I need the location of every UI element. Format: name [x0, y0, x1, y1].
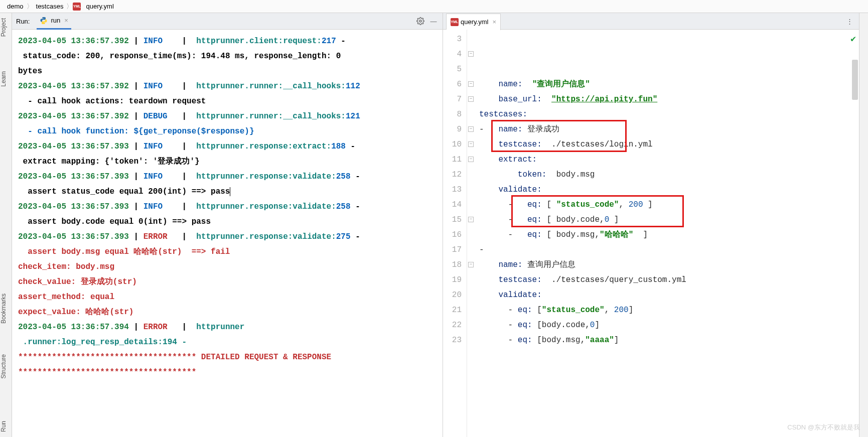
breadcrumb: demo 〉 testcases 〉 YML query.yml	[0, 0, 868, 13]
code-line[interactable]: - eq: [ "status_code", 200 ]	[479, 197, 855, 212]
fold-icon[interactable]: −	[468, 51, 474, 57]
chevron-right-icon: 〉	[27, 2, 33, 11]
crumb-file[interactable]: query.yml	[83, 3, 116, 10]
code-line[interactable]: -	[479, 242, 855, 257]
fold-icon[interactable]: −	[468, 126, 474, 132]
fold-icon[interactable]: −	[468, 141, 474, 147]
crumb-testcases[interactable]: testcases	[33, 3, 67, 10]
code-line[interactable]: - eq: ["status_code", 200]	[479, 303, 855, 318]
editor-menu-icon[interactable]: ⋮	[843, 18, 856, 25]
svg-point-0	[419, 20, 421, 22]
code-line[interactable]: - name: 登录成功	[479, 122, 855, 137]
run-label: Run:	[16, 18, 30, 25]
fold-icon[interactable]: −	[468, 217, 474, 222]
fold-icon[interactable]: −	[468, 81, 474, 87]
code-line[interactable]: validate:	[479, 287, 855, 303]
line-number-gutter: 34567891011121314151617181920212223	[443, 30, 467, 437]
rail-project[interactable]: Project	[0, 15, 12, 40]
code-line[interactable]: name: "查询用户信息"	[479, 77, 855, 92]
crumb-demo[interactable]: demo	[4, 3, 27, 10]
code-line[interactable]: testcase: ./testcases/query_custom.yml	[479, 272, 855, 287]
code-line[interactable]: - eq: [ body.code,0 ]	[479, 212, 855, 227]
yml-file-icon: YML	[451, 18, 459, 26]
code-line[interactable]: validate:	[479, 182, 855, 197]
code-line[interactable]: testcases:	[479, 107, 855, 122]
fold-icon[interactable]: −	[468, 262, 474, 267]
tab-query-yml[interactable]: YML query.yml ×	[446, 14, 501, 30]
inspection-ok-icon: ✔	[850, 32, 856, 47]
rail-structure[interactable]: Structure	[0, 351, 12, 382]
yml-file-icon: YML	[73, 3, 81, 11]
code-line[interactable]: name: 查询用户信息	[479, 257, 855, 272]
code-line[interactable]: testcase: ./testcases/login.yml	[479, 137, 855, 152]
code-line[interactable]: base_url: "https://api.pity.fun"	[479, 92, 855, 107]
code-line[interactable]: extract:	[479, 152, 855, 167]
code-line[interactable]: - eq: [body.msg,"aaaa"]	[479, 333, 855, 348]
close-icon[interactable]: ×	[492, 18, 496, 26]
code-editor[interactable]: ✔ name: "查询用户信息" base_url: "https://api.…	[475, 30, 859, 437]
code-line[interactable]: - eq: [body.code,0]	[479, 318, 855, 333]
run-tab[interactable]: run ×	[37, 13, 71, 30]
gear-icon[interactable]	[415, 16, 425, 26]
code-line[interactable]: token: body.msg	[479, 167, 855, 182]
fold-gutter[interactable]: −−−−−−−−	[467, 30, 475, 437]
rail-bookmarks[interactable]: Bookmarks	[0, 290, 12, 327]
chevron-right-icon: 〉	[66, 2, 73, 11]
fold-icon[interactable]: −	[468, 96, 474, 102]
run-tab-label: run	[51, 17, 60, 24]
code-line[interactable]: - eq: [ body.msg,"哈哈哈" ]	[479, 227, 855, 242]
rail-run[interactable]: Run	[0, 418, 12, 435]
minimize-icon[interactable]: —	[428, 16, 439, 26]
fold-icon[interactable]: −	[468, 157, 474, 162]
rail-learn[interactable]: Learn	[0, 68, 12, 90]
run-toolwindow-header: Run: run × —	[12, 13, 443, 30]
python-icon	[40, 17, 48, 25]
scrollbar[interactable]	[852, 60, 858, 100]
editor-tab-label: query.yml	[461, 18, 488, 26]
right-tool-rail	[859, 13, 868, 437]
left-tool-rail: Project Learn Bookmarks Structure Run	[0, 13, 12, 437]
editor-tabs: YML query.yml × ⋮	[443, 13, 859, 30]
run-console[interactable]: 2023-04-05 13:36:57.392 | INFO | httprun…	[12, 30, 443, 437]
close-icon[interactable]: ×	[64, 17, 68, 24]
